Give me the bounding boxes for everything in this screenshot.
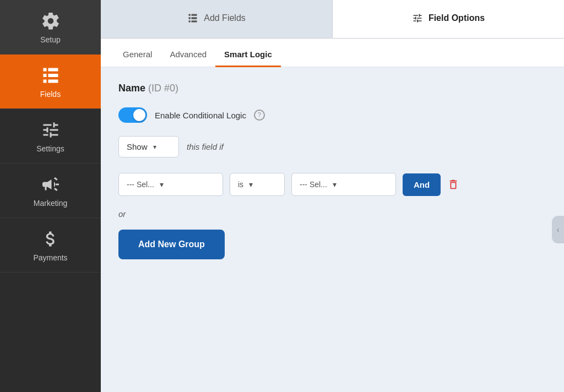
and-button[interactable]: And: [403, 173, 441, 196]
add-new-group-button[interactable]: Add New Group: [118, 230, 225, 259]
operator-select-value: is: [238, 180, 243, 189]
sidebar-item-fields[interactable]: Fields: [0, 55, 101, 109]
sidebar-fields-label: Fields: [40, 90, 61, 99]
conditional-logic-toggle[interactable]: [118, 107, 147, 123]
megaphone-icon: [40, 173, 62, 195]
tab-add-fields-label: Add Fields: [204, 13, 246, 23]
help-icon[interactable]: ?: [254, 110, 265, 121]
value-select-value: --- Sel...: [300, 180, 327, 189]
sidebar-marketing-label: Marketing: [34, 199, 67, 208]
value-select-dropdown[interactable]: --- Sel... ▾: [291, 173, 396, 196]
scroll-chevron-icon: ‹: [557, 225, 560, 234]
chevron-down-icon: ▾: [153, 143, 156, 151]
sidebar-settings-label: Settings: [36, 144, 64, 153]
sidebar-item-setup[interactable]: Setup: [0, 0, 101, 55]
sidebar-item-settings[interactable]: Settings: [0, 109, 101, 164]
sidebar-payments-label: Payments: [33, 253, 67, 262]
this-field-text: this field if: [187, 142, 224, 151]
dollar-icon: [40, 228, 62, 250]
gear-icon: [40, 10, 62, 32]
field-select-value: --- Sel...: [127, 180, 154, 189]
sidebar-item-payments[interactable]: Payments: [0, 218, 101, 273]
delete-condition-button[interactable]: [447, 178, 459, 190]
sliders-icon: [40, 119, 62, 141]
field-id: (ID #0): [148, 83, 178, 94]
value-chevron-icon: ▾: [333, 180, 337, 189]
sub-tab-general[interactable]: General: [114, 43, 161, 67]
sidebar-item-marketing[interactable]: Marketing: [0, 164, 101, 218]
toggle-row: Enable Conditional Logic ?: [118, 107, 546, 123]
content-area: Name (ID #0) Enable Conditional Logic ? …: [101, 67, 564, 392]
main-content: Add Fields Field Options General Advance…: [101, 0, 564, 392]
fields-icon: [40, 64, 62, 86]
operator-select-dropdown[interactable]: is ▾: [230, 173, 285, 196]
content-wrapper: Name (ID #0) Enable Conditional Logic ? …: [101, 67, 564, 392]
show-row: Show ▾ this field if: [118, 136, 546, 157]
sidebar: Setup Fields Settings Marketing: [0, 0, 101, 392]
tab-field-options[interactable]: Field Options: [333, 0, 564, 38]
field-options-icon: [412, 13, 423, 24]
top-tabs: Add Fields Field Options: [101, 0, 564, 39]
tab-add-fields[interactable]: Add Fields: [101, 0, 333, 38]
toggle-thumb: [133, 109, 145, 121]
condition-row: --- Sel... ▾ is ▾ --- Sel... ▾ And: [118, 173, 546, 196]
show-dropdown-value: Show: [127, 142, 148, 151]
show-dropdown[interactable]: Show ▾: [118, 136, 179, 157]
trash-icon: [447, 178, 459, 190]
sidebar-setup-label: Setup: [40, 35, 61, 44]
field-select-dropdown[interactable]: --- Sel... ▾: [118, 173, 223, 196]
scroll-handle[interactable]: ‹: [552, 216, 564, 243]
operator-chevron-icon: ▾: [249, 180, 253, 189]
or-text: or: [118, 209, 546, 219]
field-select-chevron-icon: ▾: [160, 180, 164, 189]
sub-tab-advanced[interactable]: Advanced: [161, 43, 215, 67]
tab-field-options-label: Field Options: [429, 13, 485, 23]
sub-tab-smart-logic[interactable]: Smart Logic: [215, 43, 281, 67]
toggle-label: Enable Conditional Logic: [155, 111, 246, 120]
sub-tabs: General Advanced Smart Logic: [101, 39, 564, 67]
add-fields-icon: [187, 13, 198, 24]
field-title: Name (ID #0): [118, 83, 546, 94]
